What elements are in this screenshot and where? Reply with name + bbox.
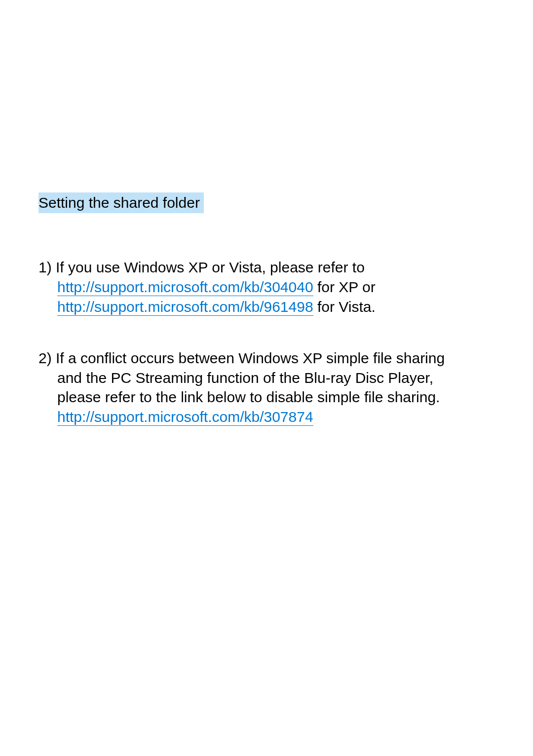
link-xp-kb[interactable]: http://support.microsoft.com/kb/304040 xyxy=(57,279,313,296)
item-text: please refer to the link below to disabl… xyxy=(38,387,503,407)
link-vista-kb[interactable]: http://support.microsoft.com/kb/961498 xyxy=(57,299,313,316)
section-heading: Setting the shared folder xyxy=(38,192,204,213)
item-text: If you use Windows XP or Vista, please r… xyxy=(52,259,365,275)
item-text: and the PC Streaming function of the Blu… xyxy=(38,368,503,388)
item-text: for Vista. xyxy=(313,299,376,315)
item-number: 2) xyxy=(38,350,52,366)
item-number: 1) xyxy=(38,259,52,275)
list-item-1: 1) If you use Windows XP or Vista, pleas… xyxy=(38,258,503,317)
document-content: Setting the shared folder 1) If you use … xyxy=(38,192,503,458)
list-item-2: 2) If a conflict occurs between Windows … xyxy=(38,348,503,427)
item-text: If a conflict occurs between Windows XP … xyxy=(52,350,445,366)
item-text: for XP or xyxy=(313,279,376,295)
link-simple-file-sharing-kb[interactable]: http://support.microsoft.com/kb/307874 xyxy=(57,409,313,426)
